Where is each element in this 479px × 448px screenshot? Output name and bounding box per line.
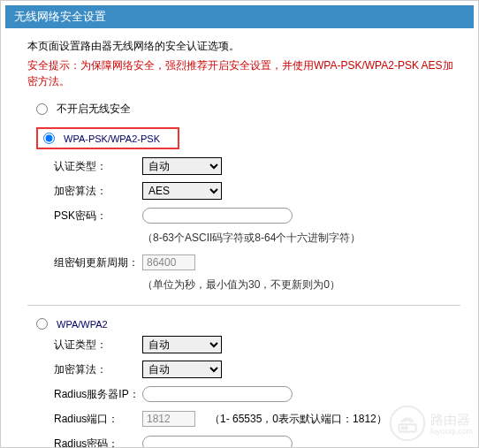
option-wpapsk-row[interactable]: WPA-PSK/WPA2-PSK: [36, 127, 179, 149]
radius-port-label: Radius端口：: [54, 412, 142, 427]
watermark: 路由器 luyouqi.com: [388, 404, 473, 445]
radio-wpapsk[interactable]: [43, 133, 55, 144]
wpapsk-rekey-label: 组密钥更新周期：: [54, 255, 142, 270]
option-disable-row[interactable]: 不开启无线安全: [36, 102, 460, 117]
wpapsk-rekey-hint: （单位为秒，最小值为30，不更新则为0）: [142, 277, 460, 292]
wpapsk-algo-label: 加密算法：: [54, 184, 142, 199]
svg-point-3: [405, 427, 407, 429]
wpapsk-auth-label: 认证类型：: [54, 159, 142, 174]
watermark-url: luyouqi.com: [430, 428, 473, 437]
panel-title: 无线网络安全设置: [5, 5, 474, 28]
radio-wpa[interactable]: [36, 318, 48, 330]
radius-port-input[interactable]: [142, 411, 195, 427]
wpapsk-psk-hint: （8-63个ASCII码字符或8-64个十六进制字符）: [142, 231, 460, 246]
radius-pwd-input[interactable]: [142, 436, 293, 448]
wpapsk-psk-row: PSK密码：: [54, 206, 460, 225]
wpa-auth-select[interactable]: 自动: [142, 336, 222, 353]
security-warning: 安全提示：为保障网络安全，强烈推荐开启安全设置，并使用WPA-PSK/WPA2-…: [27, 57, 460, 89]
radio-disable-label: 不开启无线安全: [57, 102, 131, 117]
radio-disable[interactable]: [36, 103, 48, 115]
separator: [27, 305, 460, 306]
svg-point-2: [401, 427, 403, 429]
wpapsk-psk-label: PSK密码：: [54, 209, 142, 224]
radius-pwd-label: Radius密码：: [54, 437, 142, 449]
radio-wpapsk-label: WPA-PSK/WPA2-PSK: [64, 133, 160, 144]
radius-ip-row: Radius服务器IP：: [54, 384, 460, 404]
wpapsk-rekey-input[interactable]: [142, 254, 195, 270]
option-wpa-row[interactable]: WPA/WPA2: [36, 318, 460, 330]
wpapsk-psk-input[interactable]: [142, 208, 293, 224]
wpapsk-auth-select[interactable]: 自动: [142, 157, 222, 175]
wpa-algo-row: 加密算法： 自动: [54, 360, 460, 379]
intro-text: 本页面设置路由器无线网络的安全认证选项。: [27, 39, 460, 54]
wpapsk-auth-row: 认证类型： 自动: [54, 156, 460, 176]
wpapsk-rekey-row: 组密钥更新周期：: [54, 253, 460, 272]
svg-point-0: [391, 406, 425, 441]
radius-ip-input[interactable]: [142, 386, 293, 402]
radius-ip-label: Radius服务器IP：: [54, 387, 142, 402]
wpapsk-algo-row: 加密算法： AES: [54, 181, 460, 201]
radio-wpa-label: WPA/WPA2: [57, 319, 108, 330]
wpa-algo-label: 加密算法：: [54, 362, 142, 377]
wpa-algo-select[interactable]: 自动: [142, 361, 222, 378]
wpapsk-algo-select[interactable]: AES: [142, 182, 222, 200]
router-icon: [388, 404, 427, 445]
wpa-auth-label: 认证类型：: [54, 338, 142, 353]
wpa-auth-row: 认证类型： 自动: [54, 335, 460, 354]
radius-port-hint: （1- 65535，0表示默认端口：1812）: [209, 412, 387, 427]
watermark-text: 路由器: [430, 413, 473, 428]
